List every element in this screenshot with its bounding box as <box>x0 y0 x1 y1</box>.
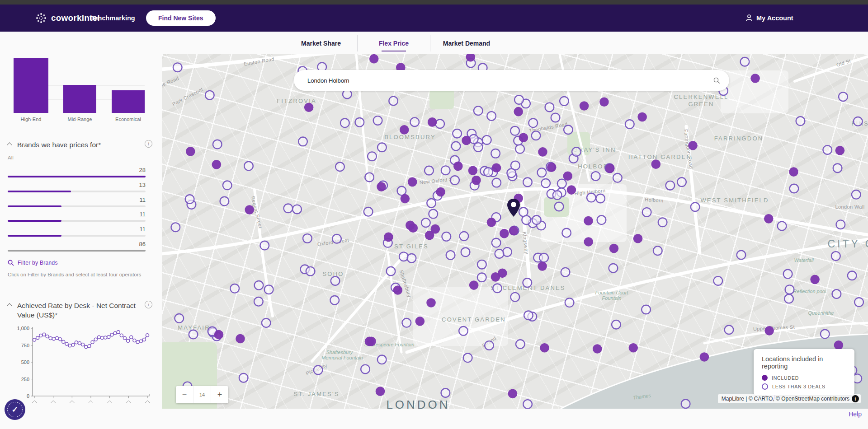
map-marker-few-deals[interactable] <box>368 152 377 161</box>
map-marker-few-deals[interactable] <box>421 218 430 227</box>
map-marker-included[interactable] <box>593 344 602 354</box>
price-bar-mid-range[interactable] <box>63 85 96 113</box>
map-marker-few-deals[interactable] <box>292 205 302 214</box>
map-marker-included[interactable] <box>810 275 820 284</box>
map-marker-included[interactable] <box>835 146 845 155</box>
tab-flex-price[interactable]: Flex Price <box>358 33 430 54</box>
map-marker-included[interactable] <box>491 272 500 282</box>
line-chart-point[interactable] <box>94 338 97 341</box>
brand-slider-row[interactable]: 13 <box>8 181 146 196</box>
line-chart-point[interactable] <box>120 334 123 337</box>
map-marker-few-deals[interactable] <box>821 330 830 339</box>
map-marker-few-deals[interactable] <box>790 184 799 193</box>
map-marker-few-deals[interactable] <box>373 116 382 125</box>
map-canvas[interactable]: FITZROVIABLOOMSBURYCLERKENWELLGREENGRAY'… <box>162 54 868 409</box>
map-marker-few-deals[interactable] <box>528 119 538 128</box>
map-marker-few-deals[interactable] <box>741 57 750 66</box>
brand-slider-row[interactable]: 11 <box>8 210 146 225</box>
map-marker-few-deals[interactable] <box>596 194 605 203</box>
map-marker-included[interactable] <box>538 261 547 271</box>
map-marker-few-deals[interactable] <box>364 207 373 216</box>
map-marker-few-deals[interactable] <box>264 285 274 294</box>
map-marker-few-deals[interactable] <box>205 91 214 100</box>
map-marker-few-deals[interactable] <box>425 166 434 175</box>
map-marker-few-deals[interactable] <box>223 181 232 190</box>
map-marker-few-deals[interactable] <box>460 232 469 241</box>
map-marker-included[interactable] <box>468 166 478 175</box>
slider-track[interactable] <box>8 176 146 177</box>
map-marker-few-deals[interactable] <box>477 260 486 269</box>
map-marker-few-deals[interactable] <box>514 95 524 104</box>
map-marker-few-deals[interactable] <box>493 284 502 293</box>
slider-track[interactable] <box>8 250 146 252</box>
line-chart-point[interactable] <box>127 339 130 342</box>
map-marker-few-deals[interactable] <box>609 264 618 273</box>
map-marker-few-deals[interactable] <box>477 273 486 282</box>
map-marker-few-deals[interactable] <box>298 137 307 146</box>
map-marker-few-deals[interactable] <box>507 168 516 177</box>
map-marker-included[interactable] <box>605 164 615 173</box>
map-marker-included[interactable] <box>186 147 195 156</box>
map-marker-few-deals[interactable] <box>173 63 182 72</box>
map-marker-included[interactable] <box>500 229 509 238</box>
map-marker-few-deals[interactable] <box>666 181 675 190</box>
line-chart-point[interactable] <box>71 343 75 346</box>
map-marker-included[interactable] <box>406 221 415 230</box>
map-marker-included[interactable] <box>567 185 576 195</box>
map-marker-few-deals[interactable] <box>332 234 341 243</box>
map-marker-included[interactable] <box>584 237 593 247</box>
map-marker-included[interactable] <box>599 98 609 107</box>
map-marker-few-deals[interactable] <box>459 326 468 336</box>
zoom-out-button[interactable]: − <box>176 386 193 403</box>
map-marker-included[interactable] <box>563 171 573 181</box>
map-marker-included[interactable] <box>245 205 255 214</box>
map-marker-few-deals[interactable] <box>230 284 239 293</box>
map-marker-included[interactable] <box>508 389 518 399</box>
map-marker-included[interactable] <box>365 337 374 346</box>
map-marker-few-deals[interactable] <box>503 247 512 256</box>
map-marker-few-deals[interactable] <box>737 251 746 260</box>
map-marker-few-deals[interactable] <box>213 140 222 149</box>
map-marker-few-deals[interactable] <box>482 135 491 145</box>
brand-slider-row[interactable]: 11 <box>8 196 146 211</box>
line-chart-point[interactable] <box>78 342 81 345</box>
map-marker-few-deals[interactable] <box>303 234 312 243</box>
map-marker-included[interactable] <box>469 280 479 290</box>
map-marker-few-deals[interactable] <box>555 202 564 211</box>
map-marker-few-deals[interactable] <box>832 289 841 298</box>
map-marker-few-deals[interactable] <box>495 249 504 258</box>
line-chart-point[interactable] <box>33 338 36 341</box>
map-marker-few-deals[interactable] <box>523 400 532 409</box>
map-marker-few-deals[interactable] <box>260 241 269 250</box>
map-marker-included[interactable] <box>750 74 760 83</box>
map-marker-few-deals[interactable] <box>833 163 842 173</box>
find-new-sites-button[interactable]: Find New Sites <box>146 10 216 26</box>
price-bar-economical[interactable] <box>112 90 145 113</box>
line-chart-point[interactable] <box>104 336 107 339</box>
map-marker-included[interactable] <box>584 216 593 226</box>
map-marker-included[interactable] <box>384 233 393 242</box>
map-marker-included[interactable] <box>376 387 385 396</box>
map-marker-included[interactable] <box>401 194 410 204</box>
map-marker-included[interactable] <box>453 162 463 171</box>
map-marker-few-deals[interactable] <box>783 270 793 279</box>
line-chart-point[interactable] <box>136 340 139 344</box>
map-marker-few-deals[interactable] <box>854 298 863 307</box>
brand-slider-row[interactable]: 86 <box>8 240 146 255</box>
map-marker-included[interactable] <box>304 103 314 112</box>
map-marker-few-deals[interactable] <box>522 215 531 224</box>
map-marker-few-deals[interactable] <box>848 271 857 280</box>
map-marker-few-deals[interactable] <box>340 118 349 127</box>
map-marker-few-deals[interactable] <box>446 251 455 260</box>
map-marker-few-deals[interactable] <box>642 305 651 314</box>
map-marker-few-deals[interactable] <box>343 90 352 99</box>
map-marker-few-deals[interactable] <box>463 354 472 363</box>
map-marker-few-deals[interactable] <box>397 187 406 196</box>
map-marker-few-deals[interactable] <box>254 297 263 306</box>
line-chart-point[interactable] <box>123 336 127 340</box>
map-marker-few-deals[interactable] <box>452 142 461 151</box>
info-icon[interactable]: i <box>145 140 152 148</box>
map-marker-few-deals[interactable] <box>714 276 723 285</box>
map-marker-included[interactable] <box>436 187 445 197</box>
map-marker-included[interactable] <box>609 244 619 253</box>
